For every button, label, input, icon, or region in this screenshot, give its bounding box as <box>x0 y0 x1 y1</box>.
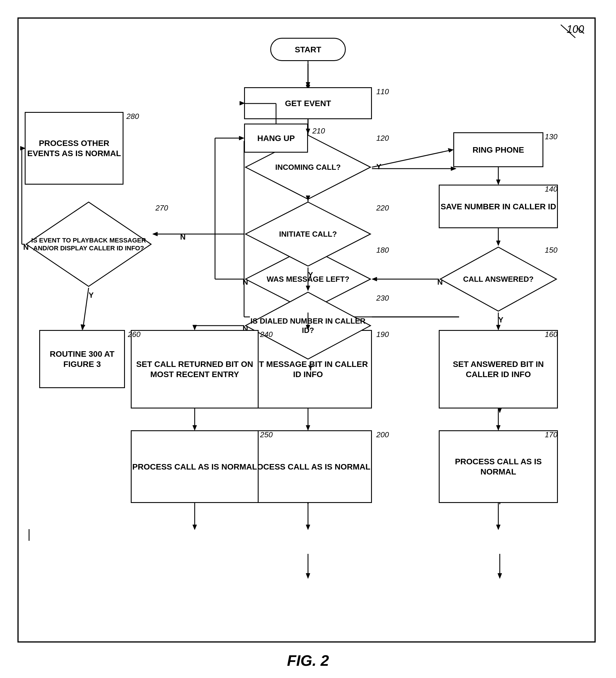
ref-250: 250 <box>260 430 273 439</box>
yn-answered-n: N <box>437 278 443 287</box>
ring-phone-label: RING PHONE <box>473 145 524 155</box>
is-event-label: IS EVENT TO PLAYBACK MESSAGER AND/OR DIS… <box>25 233 153 255</box>
diagram-ref: 100 <box>567 23 584 35</box>
process-170-label: PROCESS CALL AS IS NORMAL <box>440 456 557 477</box>
yn-event-y: Y <box>89 291 93 300</box>
yn-answered-y: Y <box>498 315 503 325</box>
routine-300-node: ROUTINE 300 AT FIGURE 3 <box>39 330 125 388</box>
hang-up-node: HANG UP <box>244 123 308 153</box>
yn-message-n: N <box>243 278 248 287</box>
process-250-label: PROCESS CALL AS IS NORMAL <box>132 462 257 472</box>
ref-270: 270 <box>156 203 168 213</box>
get-event-label: GET EVENT <box>285 98 331 108</box>
fig-label: FIG. 2 <box>287 652 329 669</box>
set-call-returned-label: SET CALL RETURNED BIT ON MOST RECENT ENT… <box>132 359 258 379</box>
was-message-label: WAS MESSAGE LEFT? <box>264 271 353 287</box>
process-170-node: PROCESS CALL AS IS NORMAL <box>439 430 558 503</box>
start-label: START <box>295 44 321 55</box>
call-answered-label: CALL ANSWERED? <box>460 271 537 287</box>
routine-300-label: ROUTINE 300 AT FIGURE 3 <box>40 349 124 369</box>
ref-200: 200 <box>376 430 389 439</box>
ref-120: 120 <box>376 134 389 143</box>
ref-170: 170 <box>545 430 557 439</box>
dialed-number-label: IS DIALED NUMBER IN CALLER ID? <box>244 313 372 338</box>
set-answered-node: SET ANSWERED BIT IN CALLER ID INFO <box>439 330 558 409</box>
ref-210: 210 <box>312 126 325 136</box>
process-200-label: PROCESS CALL AS IS NORMAL <box>246 462 370 472</box>
diagram-container: 100 <box>0 0 616 678</box>
ref-130: 130 <box>545 132 557 141</box>
process-other-label: PROCESS OTHER EVENTS AS IS NORMAL <box>26 138 123 158</box>
yn-dialed-y: Y <box>308 364 313 372</box>
initiate-call-label: INITIATE CALL? <box>276 226 340 242</box>
yn-initiate-n: N <box>180 233 186 241</box>
dialed-number-node: IS DIALED NUMBER IN CALLER ID? <box>244 291 372 361</box>
ref-230: 230 <box>376 294 389 303</box>
call-answered-node: CALL ANSWERED? <box>439 246 558 312</box>
yn-incoming-y: Y <box>376 162 381 171</box>
process-200-node: PROCESS CALL AS IS NORMAL <box>244 430 372 503</box>
ref-260: 260 <box>128 330 140 339</box>
save-number-label: SAVE NUMBER IN CALLER ID <box>441 201 556 212</box>
incoming-call-label: INCOMING CALL? <box>272 160 343 175</box>
ref-110: 110 <box>376 87 389 96</box>
ref-150: 150 <box>545 246 557 255</box>
ref-160: 160 <box>545 330 557 339</box>
start-node: START <box>270 38 346 61</box>
is-event-node: IS EVENT TO PLAYBACK MESSAGER AND/OR DIS… <box>25 201 153 288</box>
save-number-node: SAVE NUMBER IN CALLER ID <box>439 185 558 228</box>
hang-up-label: HANG UP <box>257 133 295 143</box>
process-250-node: PROCESS CALL AS IS NORMAL <box>131 430 259 503</box>
get-event-node: GET EVENT <box>244 87 372 119</box>
ref-280: 280 <box>126 112 139 121</box>
ring-phone-node: RING PHONE <box>453 132 543 167</box>
ref-180: 180 <box>376 246 389 255</box>
process-other-node: PROCESS OTHER EVENTS AS IS NORMAL <box>25 112 123 185</box>
ref-220: 220 <box>376 203 389 213</box>
ref-140: 140 <box>545 185 557 194</box>
set-call-returned-node: SET CALL RETURNED BIT ON MOST RECENT ENT… <box>131 330 259 409</box>
ref-190: 190 <box>376 330 389 339</box>
set-answered-label: SET ANSWERED BIT IN CALLER ID INFO <box>440 359 557 379</box>
initiate-call-node: INITIATE CALL? <box>244 201 372 267</box>
